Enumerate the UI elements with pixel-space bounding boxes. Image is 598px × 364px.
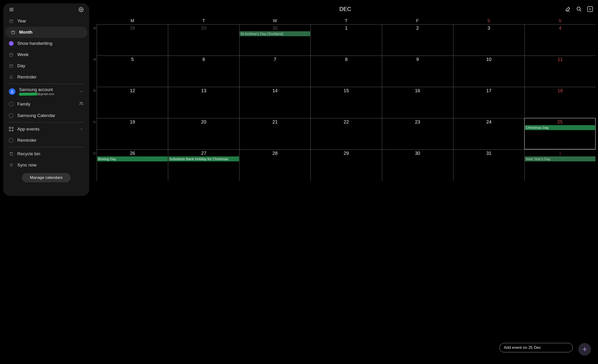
calendar-label: Recycle bin — [17, 151, 40, 156]
sidebar-item-week[interactable]: Week — [3, 49, 89, 60]
day-cell[interactable]: 6 — [168, 56, 239, 87]
day-cell[interactable]: 12 — [97, 87, 168, 118]
day-number: 1 — [311, 25, 382, 31]
day-number: 25 — [525, 119, 595, 125]
day-number: 29 — [168, 25, 239, 31]
day-cell[interactable]: 20 — [168, 118, 239, 149]
ring-icon — [9, 113, 14, 118]
fab-add-button[interactable] — [578, 343, 591, 356]
day-cell[interactable]: 9 — [382, 56, 453, 87]
divider — [9, 84, 84, 84]
day-cell[interactable]: 29 — [168, 24, 239, 56]
sidebar-item-label: Year — [17, 18, 26, 24]
day-cell[interactable]: 8 — [310, 56, 382, 87]
week-number: 52 — [92, 149, 97, 155]
day-cell[interactable]: 24 — [453, 118, 524, 149]
day-cell[interactable]: 11 — [524, 56, 596, 87]
day-cell[interactable]: 5 — [97, 56, 168, 87]
gear-icon[interactable] — [78, 7, 84, 13]
dow-label: W — [239, 18, 310, 24]
chevron-up-icon[interactable] — [79, 127, 84, 131]
day-number: 3 — [453, 25, 524, 31]
calendar-reminder[interactable]: Reminder — [3, 135, 89, 146]
today-button[interactable]: 6 — [587, 6, 593, 12]
manage-calendars-button[interactable]: Manage calendars — [22, 173, 71, 182]
sidebar-account[interactable]: Samsung account @gmail.com — [3, 85, 89, 98]
day-cell[interactable]: 28 — [97, 24, 168, 56]
day-cell[interactable]: 16 — [382, 87, 453, 118]
calendar-icon — [9, 64, 14, 68]
day-cell[interactable]: 30 — [382, 149, 453, 181]
day-cell[interactable]: 30St Andrew's Day (Scotland) — [239, 24, 310, 56]
sidebar-sync[interactable]: Sync now — [3, 160, 89, 171]
day-cell[interactable]: 22 — [310, 118, 382, 149]
search-icon[interactable] — [576, 6, 582, 12]
event-chip[interactable]: New Year's Day — [525, 156, 595, 161]
event-chip[interactable]: Christmas Day — [525, 125, 595, 130]
day-cell[interactable]: 26Boxing Day — [97, 149, 168, 181]
sidebar-item-label: Week — [17, 52, 28, 57]
day-number: 4 — [525, 25, 596, 31]
sidebar-item-reminder[interactable]: Reminder — [3, 72, 89, 83]
day-number: 27 — [168, 150, 239, 156]
day-cell[interactable]: 4 — [524, 24, 596, 56]
day-cell[interactable]: 17 — [453, 87, 524, 118]
day-cell[interactable]: 1New Year's Day — [524, 149, 596, 181]
event-chip[interactable]: Boxing Day — [97, 156, 168, 161]
day-number: 13 — [168, 88, 239, 93]
day-cell[interactable]: 10 — [453, 56, 524, 87]
day-number: 26 — [97, 150, 168, 156]
day-cell[interactable]: 25Christmas Day — [524, 118, 596, 149]
week-row: 48282930St Andrew's Day (Scotland)1234 — [92, 24, 596, 56]
dow-label: T — [168, 18, 239, 24]
event-chip[interactable]: Substitute Bank Holiday for Christmas — [168, 156, 239, 161]
day-cell[interactable]: 21 — [239, 118, 310, 149]
dow-label: F — [382, 18, 453, 24]
sidebar-app-events[interactable]: App events — [3, 123, 89, 135]
day-number: 10 — [453, 56, 524, 62]
sync-icon — [9, 163, 14, 167]
day-cell[interactable]: 28 — [239, 149, 310, 181]
week-number: 48 — [92, 24, 97, 30]
calendar-samsung[interactable]: Samsung Calendar — [3, 110, 89, 121]
day-cell[interactable]: 29 — [310, 149, 382, 181]
day-cell[interactable]: 27Substitute Bank Holiday for Christmas — [168, 149, 239, 181]
week-number: 50 — [92, 87, 97, 92]
day-number: 17 — [453, 88, 524, 93]
add-event-placeholder: Add event on 25 Dec — [504, 345, 541, 350]
trash-icon — [9, 152, 14, 156]
sidebar-item-day[interactable]: Day — [3, 60, 89, 72]
day-cell[interactable]: 14 — [239, 87, 310, 118]
day-cell[interactable]: 13 — [168, 87, 239, 118]
day-cell[interactable]: 7 — [239, 56, 310, 87]
day-of-week-row: MTWTFSS — [97, 18, 596, 24]
day-cell[interactable]: 19 — [97, 118, 168, 149]
sidebar-item-year[interactable]: Year — [3, 16, 89, 27]
bell-icon — [9, 75, 14, 79]
day-cell[interactable]: 15 — [310, 87, 382, 118]
calendar-label: Samsung Calendar — [17, 113, 55, 118]
sidebar-recycle-bin[interactable]: Recycle bin — [3, 148, 89, 160]
calendar-family[interactable]: Family — [3, 98, 89, 110]
day-cell[interactable]: 31 — [453, 149, 524, 181]
hamburger-icon[interactable] — [8, 7, 15, 13]
day-number: 30 — [382, 150, 453, 156]
add-event-input[interactable]: Add event on 25 Dec — [499, 343, 573, 352]
sidebar-item-month[interactable]: Month — [5, 27, 87, 38]
day-cell[interactable]: 2 — [382, 24, 453, 56]
day-cell[interactable]: 18 — [524, 87, 596, 118]
header-actions: 6 — [565, 6, 593, 12]
week-row: 5119202122232425Christmas Day — [92, 118, 596, 149]
chevron-up-icon[interactable] — [79, 89, 84, 94]
edit-icon[interactable] — [565, 6, 571, 12]
people-icon[interactable] — [79, 101, 84, 107]
day-number: 22 — [311, 119, 382, 125]
ring-icon — [9, 138, 14, 143]
event-chip[interactable]: St Andrew's Day (Scotland) — [240, 31, 310, 36]
day-cell[interactable]: 3 — [453, 24, 524, 56]
sidebar-item-show-handwriting[interactable]: < polyline points="4 12 9 17 20 6"/> Sho… — [3, 38, 89, 49]
month-title[interactable]: DEC — [340, 6, 351, 12]
day-cell[interactable]: 1 — [310, 24, 382, 56]
day-cell[interactable]: 23 — [382, 118, 453, 149]
calendar-label: Sync now — [17, 162, 36, 168]
